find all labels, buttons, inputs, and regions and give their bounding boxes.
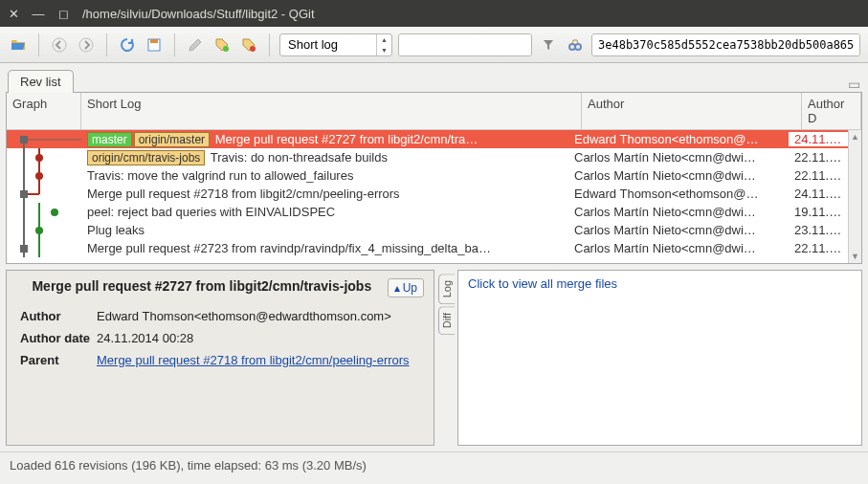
svg-point-23 (51, 209, 58, 216)
shortlog-cell: Travis: move the valgrind run to allowed… (81, 168, 568, 183)
col-author[interactable]: Author (582, 93, 802, 129)
shortlog-cell: peel: reject bad queries with EINVALIDSP… (81, 205, 568, 219)
ref-remote: origin/master (134, 132, 210, 147)
svg-point-16 (35, 172, 43, 180)
author-date-value: 24.11.2014 00:28 (97, 331, 420, 345)
detail-up-button[interactable]: ▴Up (388, 278, 424, 297)
author-cell: Edward Thomson<ethomson@… (568, 132, 789, 146)
tag-remove-icon[interactable] (238, 34, 259, 55)
lower-panes: Merge pull request #2727 from libgit2/cm… (6, 270, 862, 446)
table-row[interactable]: Travis: move the valgrind run to allowed… (7, 166, 848, 185)
side-tab-log[interactable]: Log (438, 274, 455, 304)
window-minimize-icon[interactable]: — (33, 8, 44, 19)
nav-forward-icon[interactable] (76, 34, 97, 55)
author-cell: Carlos Martín Nieto<cmn@dwi… (568, 150, 789, 165)
commit-hash-box[interactable] (591, 33, 860, 56)
col-shortlog[interactable]: Short Log (81, 93, 582, 129)
binoculars-icon[interactable] (565, 34, 586, 55)
stepper-up-icon[interactable]: ▲ (377, 34, 391, 45)
table-row[interactable]: Merge pull request #2718 from libgit2/cm… (7, 185, 848, 203)
svg-point-5 (250, 46, 256, 52)
table-row[interactable]: masterorigin/master Merge pull request #… (7, 130, 848, 148)
date-cell: 19.11.20 (789, 205, 848, 219)
status-text: Loaded 616 revisions (196 KB), time elap… (10, 458, 367, 473)
tab-revlist[interactable]: Rev list (8, 70, 74, 93)
window-maximize-icon[interactable]: ◻ (57, 8, 69, 19)
svg-point-1 (79, 38, 93, 52)
date-cell: 24.11.20 (789, 187, 848, 201)
open-repo-icon[interactable] (8, 34, 29, 55)
commit-detail-pane: Merge pull request #2727 from libgit2/cm… (6, 270, 434, 446)
merge-files-pane: Click to view all merge files (457, 270, 862, 446)
shortlog-cell: masterorigin/master Merge pull request #… (81, 132, 568, 147)
graph-cell (7, 203, 81, 221)
ref-local: master (87, 132, 132, 147)
ref-remote: origin/cmn/travis-jobs (87, 150, 205, 165)
date-cell: 22.11.20 (789, 168, 848, 183)
author-label: Author (20, 309, 97, 323)
author-cell: Carlos Martín Nieto<cmn@dwi… (568, 205, 789, 219)
side-tab-diff[interactable]: Diff (438, 306, 455, 335)
nav-back-icon[interactable] (49, 34, 70, 55)
svg-point-7 (575, 44, 581, 50)
tag-add-icon[interactable] (211, 34, 233, 55)
graph-cell (7, 130, 81, 148)
scroll-up-icon[interactable]: ▲ (849, 130, 861, 143)
table-row[interactable]: Merge pull request #2723 from ravindp/ra… (7, 239, 848, 257)
search-box[interactable] (398, 33, 532, 56)
col-graph[interactable]: Graph (7, 93, 81, 129)
tab-overflow-icon[interactable]: ▭ (848, 77, 860, 92)
merge-files-hint[interactable]: Click to view all merge files (468, 276, 617, 291)
shortlog-cell: Merge pull request #2718 from libgit2/cm… (81, 187, 568, 201)
author-value: Edward Thomson<ethomson@edwardthomson.co… (97, 309, 420, 323)
table-row[interactable]: origin/cmn/travis-jobs Travis: do non-th… (7, 148, 848, 166)
author-cell: Carlos Martín Nieto<cmn@dwi… (568, 223, 789, 237)
parent-link[interactable]: Merge pull request #2718 from libgit2/cm… (97, 353, 410, 367)
log-mode-input[interactable] (280, 34, 376, 55)
view-tabbar: Rev list ▭ (0, 63, 868, 92)
table-row[interactable]: Plug leaksCarlos Martín Nieto<cmn@dwi…23… (7, 221, 848, 239)
filter-icon[interactable] (538, 34, 559, 55)
date-cell: 23.11.20 (789, 223, 848, 237)
svg-point-4 (223, 46, 229, 52)
detail-side-tabs: Log Diff (434, 270, 457, 446)
date-cell: 24.11.20 (789, 132, 848, 146)
log-mode-combo[interactable]: ▲▼ (279, 33, 392, 56)
date-cell: 22.11.20 (789, 241, 848, 255)
svg-rect-3 (150, 39, 158, 43)
window-titlebar: ✕ — ◻ /home/silviu/Downloads/Stuff/libgi… (0, 0, 868, 27)
author-date-label: Author date (20, 331, 97, 345)
window-title: /home/silviu/Downloads/Stuff/libgit2 - Q… (82, 7, 315, 21)
shortlog-cell: Merge pull request #2723 from ravindp/ra… (81, 241, 568, 255)
author-cell: Edward Thomson<ethomson@… (568, 187, 789, 201)
reload-icon[interactable] (117, 34, 138, 55)
shortlog-cell: Plug leaks (81, 223, 568, 237)
svg-point-26 (35, 227, 43, 234)
shortlog-cell: origin/cmn/travis-jobs Travis: do non-th… (81, 150, 568, 165)
table-scrollbar[interactable]: ▲ ▼ (848, 130, 861, 263)
detail-title: Merge pull request #2727 from libgit2/cm… (16, 278, 388, 294)
col-date[interactable]: Author D (802, 93, 861, 129)
pencil-icon[interactable] (185, 34, 206, 55)
table-row[interactable]: peel: reject bad queries with EINVALIDSP… (7, 203, 848, 221)
up-label: Up (403, 281, 417, 295)
graph-cell (7, 239, 81, 257)
author-cell: Carlos Martín Nieto<cmn@dwi… (568, 241, 789, 255)
window-close-icon[interactable]: ✕ (8, 8, 19, 19)
main-toolbar: ▲▼ (0, 27, 868, 63)
revision-table: Graph Short Log Author Author D masteror… (6, 92, 862, 264)
save-icon[interactable] (144, 34, 165, 55)
status-bar: Loaded 616 revisions (196 KB), time elap… (0, 451, 868, 478)
stepper-down-icon[interactable]: ▼ (377, 45, 391, 55)
graph-cell (7, 148, 81, 166)
graph-cell (7, 166, 81, 185)
search-input[interactable] (399, 34, 531, 55)
svg-point-0 (53, 38, 66, 52)
scroll-down-icon[interactable]: ▼ (849, 250, 861, 263)
graph-cell (7, 221, 81, 239)
date-cell: 22.11.20 (789, 150, 848, 165)
up-triangle-icon: ▴ (394, 281, 400, 295)
svg-rect-8 (20, 136, 28, 143)
commit-hash-input[interactable] (592, 34, 859, 55)
parent-label: Parent (20, 353, 97, 367)
